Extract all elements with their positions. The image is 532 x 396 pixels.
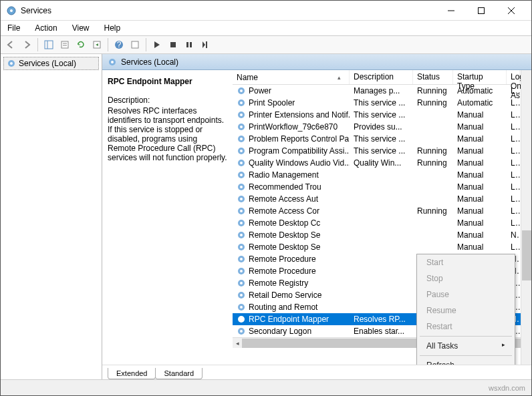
- cm-all-tasks[interactable]: All Tasks▸: [417, 338, 515, 354]
- svg-point-54: [240, 270, 243, 272]
- menu-help[interactable]: Help: [102, 22, 124, 34]
- watermark: wsxdn.com: [489, 384, 525, 392]
- service-name: Remote Access Aut: [249, 194, 318, 204]
- pause-service-button[interactable]: [182, 37, 196, 52]
- minimize-button[interactable]: [436, 1, 466, 20]
- service-status: Running: [413, 158, 453, 168]
- service-startup: Manual: [453, 230, 507, 240]
- cm-resume[interactable]: Resume: [417, 303, 515, 319]
- col-header-logon[interactable]: Log On As: [507, 70, 520, 84]
- gear-icon: [237, 86, 246, 95]
- gear-icon: [237, 122, 246, 132]
- svg-point-22: [111, 61, 114, 63]
- table-row[interactable]: Remote Desktop CcManualLc: [233, 217, 521, 229]
- detail-pane: RPC Endpoint Mapper Description: Resolve…: [102, 70, 233, 365]
- close-button[interactable]: [496, 1, 526, 20]
- svg-point-42: [240, 198, 243, 200]
- svg-point-30: [240, 126, 243, 128]
- table-row[interactable]: Print SpoolerThis service ...RunningAuto…: [233, 97, 521, 109]
- forward-button[interactable]: [19, 37, 34, 52]
- cm-restart[interactable]: Restart: [417, 319, 515, 335]
- service-desc: Quality Win...: [350, 158, 413, 168]
- col-header-name[interactable]: Name▴: [233, 70, 350, 84]
- service-desc: This service ...: [350, 134, 413, 144]
- scroll-thumb[interactable]: [522, 230, 531, 280]
- table-row[interactable]: Remote Access AutManualLc: [233, 193, 521, 205]
- svg-rect-14: [132, 41, 138, 48]
- svg-point-26: [240, 102, 243, 104]
- gear-icon: [237, 206, 246, 216]
- table-row[interactable]: Printer Extensions and Notif...This serv…: [233, 109, 521, 121]
- service-name: Remote Procedure: [249, 266, 316, 276]
- export-button[interactable]: [90, 37, 104, 52]
- svg-text:?: ?: [117, 40, 122, 49]
- table-row[interactable]: Remote Access CorRunningManualLc: [233, 205, 521, 217]
- cm-refresh[interactable]: Refresh: [417, 357, 515, 365]
- gear-icon: [237, 290, 246, 300]
- cm-pause[interactable]: Pause: [417, 286, 515, 303]
- table-row[interactable]: Recommended TrouManualLc: [233, 181, 521, 193]
- start-service-button[interactable]: [150, 37, 164, 52]
- maximize-button[interactable]: [466, 1, 496, 20]
- service-name: Recommended Trou: [249, 182, 321, 192]
- service-desc: This service ...: [350, 97, 413, 108]
- cm-start[interactable]: Start: [417, 254, 515, 270]
- show-hide-tree-button[interactable]: [41, 37, 56, 52]
- service-status: [413, 198, 453, 200]
- table-row[interactable]: Remote Desktop SeManualNe: [233, 229, 521, 241]
- service-logon: Lc: [507, 242, 520, 252]
- service-desc: [350, 186, 413, 188]
- col-header-description[interactable]: Description: [350, 70, 413, 84]
- table-row[interactable]: PowerManages p...RunningAutomaticLc: [233, 85, 521, 97]
- table-row[interactable]: PrintWorkflow_79c6e870Provides su...Manu…: [233, 121, 521, 133]
- list-header: Name▴ Description Status Startup Type Lo…: [233, 70, 521, 85]
- col-header-status[interactable]: Status: [413, 70, 453, 84]
- service-status: Running: [413, 97, 453, 108]
- table-row[interactable]: Program Compatibility Assi...This servic…: [233, 145, 521, 157]
- table-row[interactable]: Radio ManagementManualLc: [233, 169, 521, 181]
- service-name: Quality Windows Audio Vid...: [249, 158, 350, 168]
- menu-view[interactable]: View: [70, 22, 92, 34]
- svg-point-60: [240, 306, 243, 309]
- service-startup: Automatic: [453, 85, 507, 96]
- service-logon: Lc: [507, 218, 520, 228]
- tab-extended[interactable]: Extended: [108, 368, 156, 379]
- service-logon: Lc: [507, 146, 520, 156]
- service-logon: Lc: [507, 97, 520, 108]
- table-row[interactable]: Remote Desktop SeManualLc: [233, 241, 521, 253]
- help-button[interactable]: ?: [112, 37, 126, 52]
- vertical-scrollbar[interactable]: [521, 70, 531, 365]
- service-status: Running: [413, 85, 453, 96]
- service-name: Remote Procedure: [249, 254, 316, 264]
- tab-standard[interactable]: Standard: [155, 368, 203, 379]
- scroll-left-arrow[interactable]: ◂: [233, 339, 242, 348]
- toolbar: ?: [1, 35, 531, 54]
- svg-rect-18: [206, 41, 207, 48]
- cm-stop[interactable]: Stop: [417, 270, 515, 286]
- service-name: Remote Desktop Se: [249, 230, 320, 240]
- refresh-button[interactable]: [74, 37, 88, 52]
- right-pane-body: RPC Endpoint Mapper Description: Resolve…: [102, 70, 531, 365]
- stop-service-button[interactable]: [166, 37, 180, 52]
- gear-icon: [237, 170, 246, 180]
- gear-icon: [237, 230, 246, 240]
- menu-file[interactable]: File: [5, 22, 23, 34]
- service-desc: [350, 246, 413, 248]
- restart-service-button[interactable]: [198, 37, 213, 52]
- menu-action[interactable]: Action: [32, 22, 59, 34]
- service-name: Remote Desktop Cc: [249, 218, 320, 228]
- properties-button[interactable]: [57, 37, 72, 52]
- col-header-startup[interactable]: Startup Type: [453, 70, 507, 84]
- table-row[interactable]: Problem Reports Control Pa...This servic…: [233, 133, 521, 145]
- service-logon: Lc: [507, 122, 520, 132]
- help-topics-button[interactable]: [128, 37, 142, 52]
- svg-point-44: [240, 210, 243, 212]
- gear-icon: [237, 146, 246, 156]
- svg-point-62: [240, 318, 243, 321]
- back-button[interactable]: [3, 37, 18, 52]
- service-desc: [350, 258, 413, 260]
- table-row[interactable]: Quality Windows Audio Vid...Quality Win.…: [233, 157, 521, 169]
- gear-icon: [237, 315, 246, 324]
- service-logon: Lc: [507, 170, 520, 180]
- tree-root-services[interactable]: Services (Local): [3, 57, 99, 70]
